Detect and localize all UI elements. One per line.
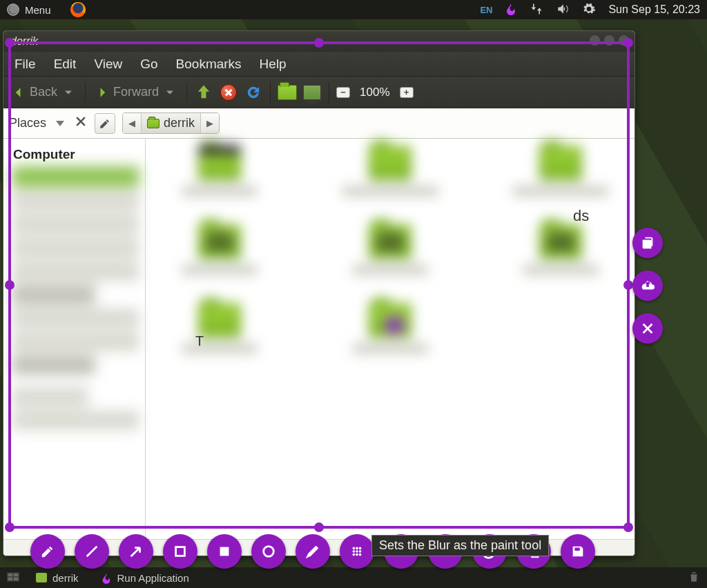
forward-label: Forward — [113, 85, 159, 99]
svg-rect-17 — [8, 577, 13, 580]
blur-tool-button[interactable] — [340, 534, 374, 569]
stop-icon — [220, 84, 237, 101]
home-button[interactable] — [278, 84, 297, 101]
path-breadcrumb: ◀ derrik ▶ — [122, 112, 220, 134]
partial-label-right: ds — [573, 207, 589, 225]
breadcrumb-next-button[interactable]: ▶ — [201, 113, 219, 133]
line-tool-button[interactable] — [75, 534, 109, 569]
sidebar-blurred-region — [6, 162, 145, 438]
svg-point-9 — [353, 553, 356, 556]
home-icon — [147, 119, 159, 128]
places-label[interactable]: Places — [9, 116, 46, 130]
taskbar: derrik Run Application — [0, 567, 707, 588]
arrow-tool-button[interactable] — [119, 534, 153, 569]
home-folder-icon — [278, 85, 297, 100]
svg-rect-15 — [8, 573, 13, 576]
places-chevron-down-icon[interactable] — [56, 121, 64, 126]
menu-help[interactable]: Help — [253, 54, 293, 75]
pencil-tool-button[interactable] — [30, 534, 65, 569]
file-manager-menubar: File Edit View Go Bookmarks Help — [3, 52, 635, 77]
firefox-icon[interactable] — [70, 2, 86, 17]
back-label: Back — [30, 85, 57, 99]
file-manager-window: derrik File Edit View Go Bookmarks Help … — [3, 30, 635, 556]
resize-handle-bottom-mid[interactable] — [314, 522, 324, 532]
window-maximize-button[interactable] — [604, 35, 614, 46]
resize-handle-bottom-right[interactable] — [623, 522, 633, 532]
filled-rectangle-tool-button[interactable] — [207, 534, 242, 569]
resize-handle-top-left[interactable] — [5, 38, 14, 48]
marker-tool-button[interactable] — [296, 534, 330, 569]
stop-button[interactable] — [219, 84, 238, 101]
flameshot-tray-icon[interactable] — [505, 3, 517, 17]
svg-point-11 — [359, 553, 362, 556]
svg-point-7 — [356, 550, 358, 553]
taskbar-item-run-application[interactable]: Run Application — [95, 571, 195, 585]
resize-handle-mid-right[interactable] — [623, 280, 633, 290]
rectangle-tool-button[interactable] — [163, 534, 197, 569]
resize-handle-mid-left[interactable] — [5, 280, 14, 290]
screenshot-side-actions — [632, 228, 663, 344]
show-desktop-button[interactable] — [7, 572, 19, 584]
system-menu-button[interactable]: Menu — [0, 3, 58, 16]
computer-button[interactable] — [302, 84, 322, 101]
breadcrumb-prev-button[interactable]: ◀ — [123, 113, 142, 133]
clock-label[interactable]: Sun Sep 15, 20:23 — [608, 3, 700, 16]
upload-button[interactable] — [632, 271, 663, 301]
partial-label-left: T — [195, 333, 204, 349]
zoom-level-label: 100% — [356, 86, 394, 99]
menu-file[interactable]: File — [8, 54, 43, 75]
edit-path-button[interactable] — [95, 113, 115, 134]
svg-point-5 — [359, 547, 362, 550]
svg-point-6 — [353, 550, 356, 553]
taskbar-item-label: Run Application — [117, 572, 189, 584]
back-button[interactable]: Back — [9, 84, 78, 101]
menu-go[interactable]: Go — [133, 54, 164, 75]
cancel-button[interactable] — [632, 313, 663, 344]
window-minimize-button[interactable] — [590, 35, 600, 46]
resize-handle-top-right[interactable] — [623, 38, 633, 48]
svg-rect-16 — [14, 573, 19, 576]
flame-icon — [101, 573, 112, 582]
trash-icon[interactable] — [688, 571, 700, 585]
distro-logo-icon — [7, 3, 19, 16]
zoom-out-button[interactable]: − — [336, 87, 350, 98]
zoom-in-button[interactable]: + — [400, 87, 414, 98]
network-icon[interactable] — [530, 2, 543, 18]
folder-icon — [36, 573, 47, 582]
menu-edit[interactable]: Edit — [47, 54, 84, 75]
menu-view[interactable]: View — [87, 54, 129, 75]
svg-point-8 — [359, 550, 362, 553]
folder-grid-blurred — [155, 146, 625, 354]
file-manager-toolbar: Back Forward − 100% + — [3, 77, 635, 108]
system-menu-label: Menu — [25, 4, 51, 16]
chevron-down-icon[interactable] — [163, 86, 177, 99]
circle-tool-button[interactable] — [251, 534, 286, 569]
folder-content-area[interactable]: T — [146, 139, 635, 539]
monitor-icon — [302, 84, 322, 101]
up-button[interactable] — [194, 84, 213, 101]
volume-icon[interactable] — [556, 2, 570, 18]
taskbar-item-file-manager[interactable]: derrik — [30, 571, 84, 585]
copy-button[interactable] — [632, 228, 663, 258]
taskbar-item-label: derrik — [52, 572, 79, 584]
location-bar: Places ◀ derrik ▶ — [3, 108, 635, 139]
save-tool-button[interactable] — [561, 534, 595, 569]
resize-handle-top-mid[interactable] — [314, 38, 324, 48]
forward-button[interactable]: Forward — [93, 84, 180, 101]
svg-rect-18 — [14, 577, 19, 580]
menu-bookmarks[interactable]: Bookmarks — [169, 54, 249, 75]
svg-point-3 — [353, 547, 356, 550]
sidebar: Computer — [3, 139, 146, 539]
resize-handle-bottom-left[interactable] — [5, 522, 14, 532]
svg-rect-0 — [176, 547, 185, 556]
reload-button[interactable] — [244, 84, 263, 101]
svg-rect-1 — [220, 547, 229, 556]
places-close-button[interactable] — [74, 115, 88, 132]
settings-icon[interactable] — [582, 2, 596, 18]
breadcrumb-label: derrik — [164, 116, 195, 130]
chevron-down-icon[interactable] — [61, 86, 75, 99]
svg-point-10 — [356, 553, 358, 556]
keyboard-language-indicator[interactable]: EN — [480, 5, 492, 15]
tooltip: Sets the Blur as the paint tool — [371, 535, 549, 556]
breadcrumb-segment-home[interactable]: derrik — [142, 113, 201, 133]
